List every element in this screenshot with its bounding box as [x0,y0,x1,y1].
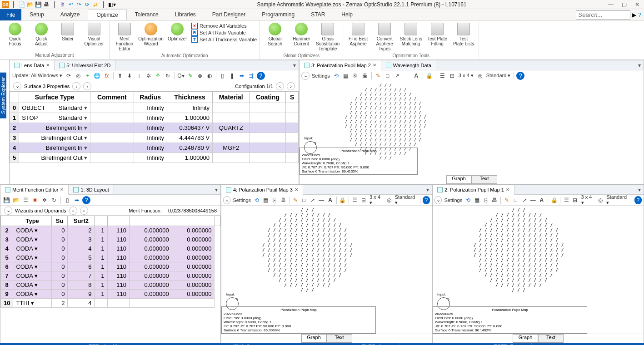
menu-optimize[interactable]: Optimize [88,10,126,20]
lens-data-table[interactable]: Surface TypeCommentRadiusThicknessMateri… [10,91,299,163]
cfg-next-icon[interactable]: › [287,82,295,90]
panel-tab[interactable]: 5: Universal Plot 2D [55,60,115,70]
redo-icon[interactable]: ↷ [75,1,83,8]
lock-icon[interactable]: 🔒 [550,196,558,204]
quick-adjust[interactable]: QuickAdjust [29,22,54,47]
target-icon[interactable]: ◎ [476,72,484,80]
tool-icon[interactable]: ⬆ [116,72,124,80]
arrow-icon[interactable]: ↗ [520,196,528,204]
global-search[interactable]: GlobalSearch [263,22,287,47]
window-icon[interactable]: ◧▾ [108,1,115,8]
table-row[interactable]: 2CODA ▾02 11100.0000000.000000 [1,226,220,235]
menu-programming[interactable]: Programming [254,10,303,20]
text-tab[interactable]: Text [538,334,564,343]
tool-icon[interactable]: ⊟ [571,196,579,204]
settings-dropdown[interactable]: Settings [443,197,463,203]
stock-lens[interactable]: Stock LensMatching [399,22,423,47]
table-row[interactable]: 3CODA ▾03 11100.0000000.000000 [1,235,220,244]
save-icon[interactable]: 💾 [2,196,10,204]
tool-icon[interactable]: ➡ [73,196,81,204]
copy-icon[interactable]: ⎘ [270,196,278,204]
search-help-icon[interactable]: ? [638,12,641,18]
merit-fn-editor[interactable]: MeritFunction Editor [112,22,137,52]
table-row[interactable]: 7CODA ▾07 11100.0000000.000000 [1,271,220,281]
graph-tab[interactable]: Graph [301,334,327,343]
tool-icon[interactable]: ↕ [135,72,143,80]
table-row[interactable]: 5 Birefringent Out ▾ Infinity1.000000 [10,153,299,163]
tool-icon[interactable]: ▯ [63,196,71,204]
square-icon[interactable]: □ [512,196,519,204]
lock-icon[interactable]: 🔒 [425,72,434,80]
arrow-icon[interactable]: ↗ [309,196,316,204]
open-icon[interactable]: 📂 [26,1,34,8]
tool-icon[interactable]: ✲ [40,196,49,204]
close-icon[interactable]: ✕ [506,187,509,192]
menu-star[interactable]: STAR [303,10,333,20]
add-icon[interactable]: ＋ [84,72,92,80]
undo-icon[interactable]: ↶ [67,1,75,8]
tool-icon[interactable]: ☰ [563,196,570,204]
help-icon[interactable]: ? [423,196,430,204]
table-row[interactable]: 3 Birefringent Out ▾ Infinity4.444783 V [10,133,299,143]
search-input[interactable] [576,10,630,20]
ribbon-sub[interactable]: TSet All Thickness Variable [191,36,257,43]
glass-sub[interactable]: Glass SubstitutionTemplate [315,22,340,52]
file-menu[interactable]: File [0,9,21,20]
quick-focus[interactable]: QuickFocus [3,22,27,47]
panel-tab[interactable]: 1: 3D Layout [69,185,114,194]
save-icon[interactable]: 💾 [35,1,42,8]
convert-asphere[interactable]: ConvertAsphere Types [372,22,397,52]
menu-setup[interactable]: Setup [21,10,52,20]
copy-icon[interactable]: ⎘ [351,72,359,80]
pencil-icon[interactable]: ✎ [292,196,299,204]
line-icon[interactable]: — [318,196,325,204]
line-icon[interactable]: — [403,72,411,80]
target-icon[interactable]: ◎ [597,196,604,204]
help-icon[interactable]: ? [257,72,265,80]
tool-icon[interactable]: ⇶ [247,72,255,80]
expand-icon[interactable]: ⌄ [4,207,12,215]
panel-tab[interactable]: 4: Polarization Pupil Map 3✕ [221,185,303,195]
print-icon[interactable]: 🖶 [361,72,369,80]
tool-icon[interactable]: ↻ [50,196,58,204]
open-icon[interactable]: 📂 [12,196,20,204]
sync-icon[interactable]: ⟲ [332,72,340,80]
next-icon[interactable]: › [80,207,88,215]
help-icon[interactable]: ? [516,72,524,80]
swap-icon[interactable]: ⇄ [92,1,99,8]
test-plate-lists[interactable]: TestPlate Lists [451,22,476,47]
mode-dropdown[interactable]: Standard ▾ [605,195,629,206]
optimize[interactable]: Optimize! [165,22,190,42]
table-row[interactable]: 6CODA ▾06 11100.0000000.000000 [1,262,220,271]
minimize-button[interactable]: — [608,1,614,8]
pencil-icon[interactable]: ✎ [503,196,510,204]
square-icon[interactable]: □ [384,72,392,80]
panel-tab[interactable]: Lens Data✕ [10,60,55,70]
settings-dropdown[interactable]: Settings [311,73,331,79]
zoom-dropdown[interactable]: 3 x 4 ▾ [369,195,384,206]
tool-icon[interactable]: ↻ [164,72,172,80]
panel-menu-icon[interactable]: ▾ [635,185,644,194]
expand-icon[interactable]: ⌄ [13,82,21,90]
sync-icon[interactable]: ⟲ [464,196,472,204]
search-go-icon[interactable]: ▶ [632,12,636,18]
system-explorer-tab[interactable]: System Explorer [0,73,6,118]
expand-icon[interactable]: ⌄ [301,72,310,80]
pencil-icon[interactable]: ✎ [374,72,382,80]
zoom-dropdown[interactable]: 3 x 4 ▾ [458,73,474,79]
close-icon[interactable]: ✕ [373,63,376,68]
table-row[interactable]: 4 Birefringent In ▾ Infinity0.248780 VMG… [10,143,299,153]
table-row[interactable]: 1 STOPStandard ▾ Infinity1.000000 [10,113,299,123]
table-row[interactable]: 4CODA ▾04 11100.0000000.000000 [1,244,220,253]
table-row[interactable]: 2 Birefringent In ▾ Infinity0.306437 VQU… [10,123,299,133]
toggle-icon[interactable]: ◐ [205,72,214,80]
table-row[interactable]: 8CODA ▾08 11100.0000000.000000 [1,281,220,290]
refresh-icon[interactable]: ⟳ [65,72,73,80]
text-tab[interactable]: Text [327,334,352,343]
panel-menu-icon[interactable]: ▾ [635,60,644,70]
tool-icon[interactable]: ❚ [228,72,236,80]
tool-icon[interactable]: ▯ [219,72,227,80]
next-icon[interactable]: › [83,82,91,90]
arrow-icon[interactable]: ↗ [393,72,401,80]
tool-icon[interactable]: ⊗ [196,72,204,80]
